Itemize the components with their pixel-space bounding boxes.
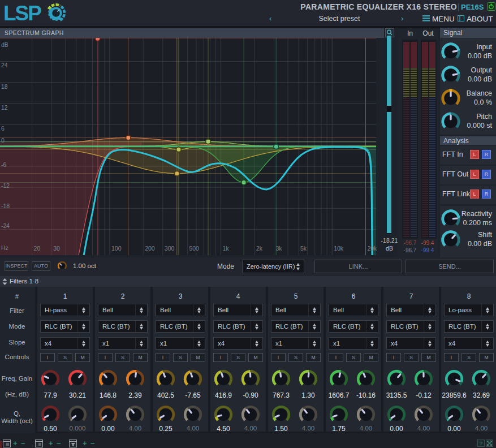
svg-text:500: 500: [189, 245, 199, 252]
svg-text:24: 24: [1, 62, 8, 68]
svg-text:6: 6: [1, 125, 5, 132]
svg-text:1k: 1k: [223, 245, 230, 252]
svg-text:-18: -18: [1, 203, 10, 209]
svg-text:?: ?: [480, 440, 482, 446]
svg-text:-24: -24: [1, 222, 10, 229]
svg-text:Hz: Hz: [1, 244, 8, 251]
svg-text:3k: 3k: [275, 245, 282, 252]
svg-text:200: 200: [145, 245, 155, 252]
svg-text:12: 12: [1, 104, 8, 111]
svg-text:5k: 5k: [300, 245, 307, 252]
svg-text:300: 300: [165, 245, 175, 252]
svg-text:30: 30: [53, 245, 60, 252]
svg-text:100: 100: [111, 245, 122, 252]
svg-text:2k: 2k: [256, 245, 263, 252]
svg-text:10k: 10k: [334, 245, 344, 252]
svg-text:-12: -12: [1, 182, 10, 189]
svg-text:18: 18: [1, 83, 8, 90]
svg-text:dB: dB: [1, 41, 8, 48]
svg-text:-6: -6: [1, 161, 6, 168]
svg-text:20k: 20k: [367, 245, 377, 252]
svg-text:20: 20: [34, 245, 41, 252]
svg-text:0: 0: [1, 137, 5, 144]
